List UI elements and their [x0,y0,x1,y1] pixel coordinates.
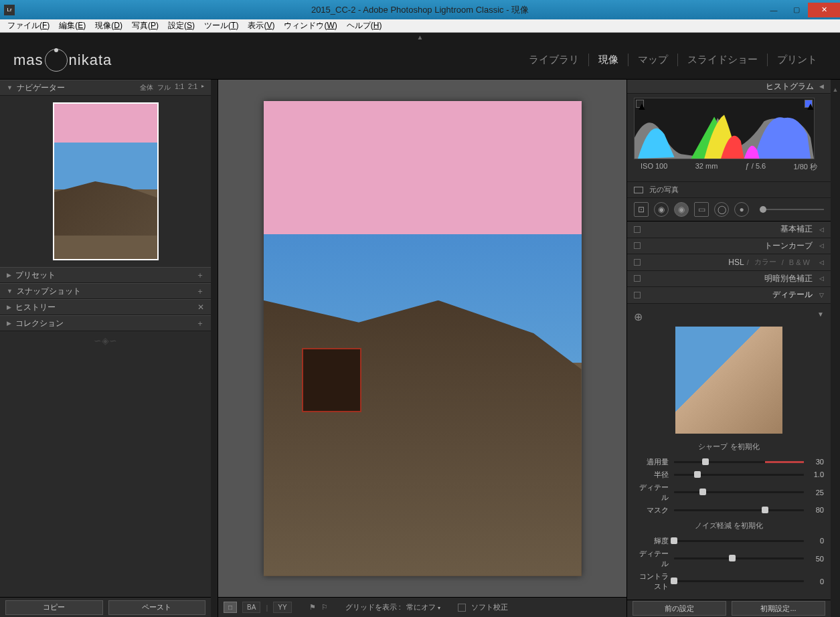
menu-view[interactable]: 表示(V) [243,20,279,31]
left-panel-resizer[interactable] [211,80,218,617]
highlight-clip-indicator[interactable]: ▲ [805,100,813,108]
histogram-display[interactable]: ▲ ▲ [634,98,815,159]
tone-curve-panel-header[interactable]: トーンカーブ ◁ [627,238,831,255]
chevron-down-icon: ◀ [819,83,824,90]
collections-title: コレクション [15,318,64,329]
view-loupe-button[interactable]: □ [224,602,237,613]
detail-target-picker-icon[interactable]: ⊕ [634,311,645,321]
minimize-button[interactable]: — [762,3,785,17]
chevron-down-icon: ▼ [7,288,13,294]
redeye-tool-icon[interactable]: ◉ [674,202,689,217]
grid-overlay-label: グリッドを表示 : [345,602,401,612]
exif-shutter: 1/80 秒 [794,162,817,172]
snapshots-header[interactable]: ▼ スナップショット ＋ [0,283,211,299]
radial-filter-icon[interactable]: ◯ [714,202,729,217]
amount-slider[interactable] [674,461,804,463]
noise-contrast-slider[interactable] [674,580,804,582]
view-before-after-button[interactable]: BA [242,602,260,613]
module-slideshow[interactable]: スライドショー [678,54,768,66]
close-button[interactable]: ✕ [808,3,840,17]
chevron-right-icon: ▶ [7,272,11,278]
scroll-up-icon[interactable]: ▲ [833,84,839,96]
luminance-slider[interactable] [674,540,804,542]
navigator-title: ナビゲーター [17,82,65,94]
crop-tool-icon[interactable]: ⊡ [634,202,649,217]
plus-icon[interactable]: ＋ [196,286,204,297]
mask-slider[interactable] [760,209,824,210]
panel-toggle-icon[interactable] [634,226,641,233]
menu-develop[interactable]: 現像(D) [90,20,127,31]
zoom-fill[interactable]: フル [157,83,171,92]
menu-edit[interactable]: 編集(E) [54,20,90,31]
window-titlebar: Lr 2015_CC-2 - Adobe Photoshop Lightroom… [0,0,840,19]
split-tone-panel-header[interactable]: 明暗別色補正 ◁ [627,271,831,288]
panel-toggle-icon[interactable] [634,292,641,298]
menu-photo[interactable]: 写真(P) [127,20,163,31]
zoom-1to1[interactable]: 1:1 [175,83,184,92]
history-header[interactable]: ▶ ヒストリー ✕ [0,299,211,315]
panel-toggle-icon[interactable] [634,242,641,249]
plus-icon[interactable]: ＋ [196,270,204,281]
menu-file[interactable]: ファイル(F) [3,20,54,31]
hsl-panel-header[interactable]: HSL / カラー / B & W ◁ [627,254,831,271]
noise-section-title[interactable]: ノイズ軽減 を初期化 [634,521,824,531]
gradient-filter-icon[interactable]: ▭ [694,202,709,217]
basic-panel-header[interactable]: 基本補正 ◁ [627,222,831,238]
menu-settings[interactable]: 設定(S) [163,20,199,31]
logo-moon-icon [45,49,68,72]
chevron-left-icon: ◁ [819,226,824,233]
menu-tools[interactable]: ツール(T) [199,20,243,31]
zoom-dropdown-icon[interactable]: ▸ [201,83,204,92]
module-library[interactable]: ライブラリ [519,54,589,66]
top-panel-toggle[interactable]: ▲ [0,33,840,41]
original-photo-row[interactable]: 元の写真 [627,181,831,197]
right-panel-scrollbar[interactable]: ▲ [831,80,840,617]
module-print[interactable]: プリント [768,54,827,66]
close-icon[interactable]: ✕ [197,302,204,312]
module-map[interactable]: マップ [628,54,678,66]
loupe-view[interactable] [218,80,626,597]
previous-button[interactable]: 前の設定 [633,601,726,616]
paste-button[interactable]: ペースト [108,600,206,615]
navigator-preview[interactable] [0,96,211,267]
detail-slider[interactable] [674,491,804,493]
zoom-2to1[interactable]: 2:1 [188,83,197,92]
presets-title: プリセット [15,270,56,281]
brush-tool-icon[interactable]: ● [734,202,749,217]
menu-help[interactable]: ヘルプ(H) [342,20,387,31]
identity-plate: masnikata [13,49,112,72]
masking-slider[interactable] [674,509,804,511]
radius-slider[interactable] [674,474,804,476]
exif-focal: 32 mm [695,162,718,172]
flag-icon[interactable]: ⚑ [309,603,316,612]
view-compare-button[interactable]: YY [273,602,291,613]
panel-toggle-icon[interactable] [634,275,641,282]
detail-zoom-preview[interactable] [675,327,782,434]
collections-header[interactable]: ▶ コレクション ＋ [0,315,211,331]
zoom-fit[interactable]: 全体 [140,83,153,92]
spot-removal-icon[interactable]: ◉ [654,202,669,217]
soft-proof-checkbox[interactable] [458,604,466,612]
chevron-left-icon: ◁ [819,259,824,266]
presets-header[interactable]: ▶ プリセット ＋ [0,267,211,283]
copy-button[interactable]: コピー [5,600,103,615]
reject-flag-icon[interactable]: ⚐ [321,603,328,612]
navigator-header[interactable]: ▼ ナビゲーター 全体 フル 1:1 2:1 ▸ [0,80,211,96]
maximize-button[interactable]: ▢ [785,3,808,17]
panel-toggle-icon[interactable] [634,259,641,266]
reset-button[interactable]: 初期設定... [732,601,825,616]
detail-panel-header[interactable]: ディテール ▽ [627,287,831,304]
sharpen-section-title[interactable]: シャープ を初期化 [634,442,824,452]
left-panel: ▼ ナビゲーター 全体 フル 1:1 2:1 ▸ ▶ プリセット [0,80,218,617]
menu-window[interactable]: ウィンドウ(W) [279,20,341,31]
slider-luminance: 輝度 0 [634,535,824,547]
detail-collapse-icon[interactable]: ▼ [817,311,824,321]
plus-icon[interactable]: ＋ [196,318,204,329]
slider-contrast: コントラスト 0 [634,570,824,593]
shadow-clip-indicator[interactable]: ▲ [636,100,644,108]
noise-detail-slider[interactable] [674,557,804,559]
module-develop[interactable]: 現像 [589,54,628,66]
histogram-header[interactable]: ヒストグラム ◀ [627,80,831,94]
histogram-title: ヒストグラム [766,81,814,92]
grid-overlay-select[interactable]: 常にオフ ▾ [406,602,440,612]
